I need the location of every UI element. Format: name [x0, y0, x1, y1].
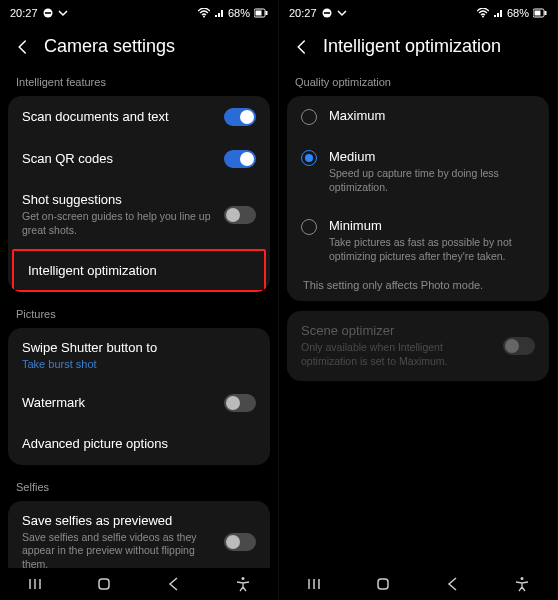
swipe-shutter-link: Take burst shot [22, 358, 256, 370]
accessibility-icon[interactable] [234, 575, 252, 593]
svg-rect-14 [378, 579, 388, 589]
scene-optimizer-row: Scene optimizer Only available when Inte… [287, 311, 549, 380]
watermark-row[interactable]: Watermark [8, 382, 270, 424]
chevron-down-icon [58, 8, 68, 18]
scan-qr-label: Scan QR codes [22, 151, 214, 168]
home-icon[interactable] [374, 575, 392, 593]
shot-suggestions-label: Shot suggestions [22, 192, 214, 209]
svg-point-2 [203, 16, 205, 18]
home-icon[interactable] [95, 575, 113, 593]
dnd-icon [43, 8, 53, 18]
wifi-icon [477, 8, 489, 18]
accessibility-icon[interactable] [513, 575, 531, 593]
nav-bar [0, 568, 278, 600]
page-title: Camera settings [44, 36, 175, 57]
watermark-label: Watermark [22, 395, 214, 412]
dnd-icon [322, 8, 332, 18]
svg-point-7 [242, 577, 245, 580]
shot-suggestions-sub: Get on-screen guides to help you line up… [22, 210, 214, 237]
page-title: Intelligent optimization [323, 36, 501, 57]
back-nav-icon[interactable] [165, 575, 183, 593]
quality-panel: Maximum Medium Speed up capture time by … [287, 96, 549, 301]
signal-icon [214, 8, 224, 18]
watermark-toggle[interactable] [224, 394, 256, 412]
signal-icon [493, 8, 503, 18]
svg-rect-9 [324, 12, 330, 14]
intelligent-optimization-label: Intelligent optimization [28, 263, 157, 278]
back-nav-icon[interactable] [444, 575, 462, 593]
minimum-row[interactable]: Minimum Take pictures as fast as possibl… [287, 206, 549, 275]
svg-point-10 [482, 16, 484, 18]
camera-settings-screen: 20:27 68% Camera settings Intelligent fe… [0, 0, 279, 600]
clock: 20:27 [289, 7, 317, 19]
mode-note: This setting only affects Photo mode. [287, 275, 549, 301]
scan-documents-label: Scan documents and text [22, 109, 214, 126]
minimum-sub: Take pictures as fast as possible by not… [329, 236, 535, 263]
shot-suggestions-row[interactable]: Shot suggestions Get on-screen guides to… [8, 180, 270, 249]
scene-optimizer-toggle [503, 337, 535, 355]
scene-optimizer-label: Scene optimizer [301, 323, 493, 340]
section-intelligent-features: Intelligent features [0, 70, 278, 94]
svg-rect-13 [545, 11, 547, 15]
battery-percent: 68% [228, 7, 250, 19]
save-selfies-sub: Save selfies and selfie videos as they a… [22, 531, 214, 568]
status-bar: 20:27 68% [279, 0, 557, 26]
scan-qr-row[interactable]: Scan QR codes [8, 138, 270, 180]
optimization-content: Quality optimization Maximum Medium Spee… [279, 70, 557, 568]
status-bar: 20:27 68% [0, 0, 278, 26]
svg-rect-5 [266, 11, 268, 15]
shot-suggestions-toggle[interactable] [224, 206, 256, 224]
advanced-picture-row[interactable]: Advanced picture options [8, 424, 270, 465]
minimum-radio[interactable] [301, 219, 317, 235]
section-pictures: Pictures [0, 302, 278, 326]
chevron-down-icon [337, 8, 347, 18]
wifi-icon [198, 8, 210, 18]
maximum-row[interactable]: Maximum [287, 96, 549, 137]
svg-rect-4 [256, 11, 262, 16]
scene-optimizer-panel: Scene optimizer Only available when Inte… [287, 311, 549, 380]
medium-label: Medium [329, 149, 535, 166]
svg-rect-12 [535, 11, 541, 16]
intelligent-optimization-screen: 20:27 68% Intelligent optimization Quali… [279, 0, 558, 600]
scan-documents-row[interactable]: Scan documents and text [8, 96, 270, 138]
advanced-picture-label: Advanced picture options [22, 436, 256, 453]
intelligent-optimization-row[interactable]: Intelligent optimization [12, 249, 266, 292]
clock: 20:27 [10, 7, 38, 19]
swipe-shutter-row[interactable]: Swipe Shutter button to Take burst shot [8, 328, 270, 382]
battery-percent: 68% [507, 7, 529, 19]
back-icon[interactable] [14, 38, 32, 56]
medium-radio[interactable] [301, 150, 317, 166]
scan-documents-toggle[interactable] [224, 108, 256, 126]
battery-icon [533, 8, 547, 18]
header: Camera settings [0, 26, 278, 71]
battery-icon [254, 8, 268, 18]
save-selfies-row[interactable]: Save selfies as previewed Save selfies a… [8, 501, 270, 568]
section-selfies: Selfies [0, 475, 278, 499]
settings-list: Intelligent features Scan documents and … [0, 70, 278, 568]
scan-qr-toggle[interactable] [224, 150, 256, 168]
header: Intelligent optimization [279, 26, 557, 71]
scene-optimizer-sub: Only available when Intelligent optimiza… [301, 341, 493, 368]
svg-rect-1 [45, 12, 51, 14]
selfies-panel: Save selfies as previewed Save selfies a… [8, 501, 270, 568]
save-selfies-label: Save selfies as previewed [22, 513, 214, 530]
pictures-panel: Swipe Shutter button to Take burst shot … [8, 328, 270, 465]
maximum-label: Maximum [329, 108, 535, 125]
recents-icon[interactable] [305, 575, 323, 593]
back-icon[interactable] [293, 38, 311, 56]
intelligent-features-panel: Scan documents and text Scan QR codes Sh… [8, 96, 270, 292]
minimum-label: Minimum [329, 218, 535, 235]
svg-rect-6 [99, 579, 109, 589]
svg-point-15 [521, 577, 524, 580]
section-quality: Quality optimization [279, 70, 557, 94]
nav-bar [279, 568, 557, 600]
swipe-shutter-label: Swipe Shutter button to [22, 340, 256, 357]
save-selfies-toggle[interactable] [224, 533, 256, 551]
recents-icon[interactable] [26, 575, 44, 593]
maximum-radio[interactable] [301, 109, 317, 125]
medium-row[interactable]: Medium Speed up capture time by doing le… [287, 137, 549, 206]
medium-sub: Speed up capture time by doing less opti… [329, 167, 535, 194]
